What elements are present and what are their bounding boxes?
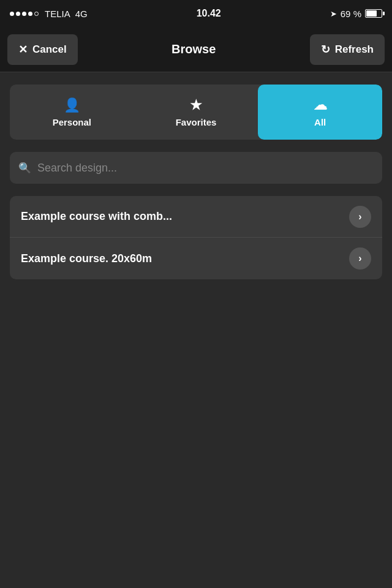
list-item-text: Example course with comb... (21, 210, 172, 223)
location-icon: ➤ (330, 9, 337, 18)
list-item-text: Example course. 20x60m (21, 252, 152, 265)
battery-icon (365, 9, 382, 18)
chevron-right-icon: › (349, 206, 371, 228)
nav-bar: ✕ Cancel Browse ↻ Refresh (0, 27, 392, 72)
chevron-right-icon: › (349, 247, 371, 270)
tab-bar: 👤 Personal ★ Favorites ☁ All (10, 85, 382, 140)
search-bar: 🔍 (10, 152, 382, 184)
tab-personal[interactable]: 👤 Personal (10, 85, 134, 140)
main-content: 👤 Personal ★ Favorites ☁ All 🔍 Example c… (0, 72, 392, 292)
tab-favorites[interactable]: ★ Favorites (134, 85, 258, 140)
carrier-label: TELIA (45, 9, 70, 19)
person-icon: 👤 (64, 97, 80, 113)
list-item[interactable]: Example course with comb... › (10, 196, 382, 238)
refresh-icon: ↻ (321, 43, 330, 56)
refresh-button[interactable]: ↻ Refresh (310, 34, 385, 65)
tab-personal-label: Personal (53, 117, 91, 127)
list-item[interactable]: Example course. 20x60m › (10, 238, 382, 279)
search-input[interactable] (37, 162, 374, 175)
page-title: Browse (172, 42, 216, 56)
cancel-button[interactable]: ✕ Cancel (7, 34, 78, 65)
status-right: ➤ 69 % (330, 9, 382, 19)
cancel-icon: ✕ (18, 43, 28, 56)
status-bar: TELIA 4G 10.42 ➤ 69 % (0, 0, 392, 27)
tab-favorites-label: Favorites (176, 117, 217, 127)
tab-all[interactable]: ☁ All (258, 85, 382, 140)
search-icon: 🔍 (18, 162, 31, 175)
dot5 (34, 12, 39, 16)
battery-container (365, 9, 382, 18)
dot4 (28, 12, 32, 16)
network-label: 4G (75, 9, 88, 19)
cloud-icon: ☁ (314, 97, 327, 113)
star-icon: ★ (190, 97, 202, 113)
cancel-label: Cancel (32, 43, 67, 56)
refresh-label: Refresh (335, 43, 374, 56)
dot3 (22, 12, 26, 16)
tab-all-label: All (314, 117, 326, 127)
status-left: TELIA 4G (10, 9, 88, 19)
battery-percent: 69 % (341, 9, 361, 19)
status-time: 10.42 (197, 8, 221, 19)
dot2 (16, 12, 20, 16)
signal-dots (10, 12, 39, 16)
battery-fill (366, 10, 377, 17)
dot1 (10, 12, 14, 16)
list-container: Example course with comb... › Example co… (10, 196, 382, 279)
